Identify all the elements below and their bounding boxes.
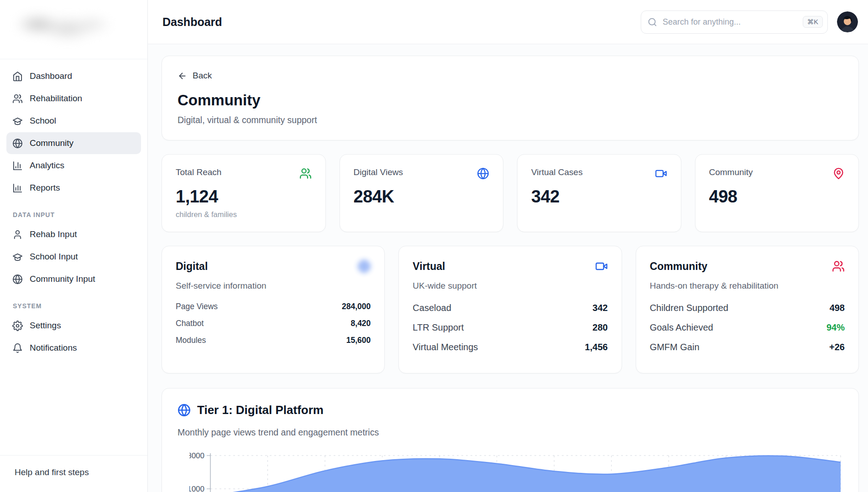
svg-text:28000: 28000 bbox=[189, 451, 204, 460]
metric-row: Children Supported 498 bbox=[650, 298, 845, 318]
home-icon bbox=[12, 71, 23, 82]
search-input[interactable] bbox=[662, 17, 798, 27]
metric-value: 94% bbox=[826, 322, 845, 333]
card-title: Community bbox=[650, 260, 708, 273]
video-camera-icon bbox=[595, 260, 608, 273]
metric-value: 342 bbox=[592, 303, 607, 313]
metric-row: Chatbot 8,420 bbox=[176, 315, 371, 332]
app-logo bbox=[0, 0, 147, 59]
metric-label: Virtual Meetings bbox=[413, 342, 478, 352]
metric-label: GMFM Gain bbox=[650, 342, 700, 352]
graduation-cap-icon bbox=[12, 116, 23, 126]
system-nav: Settings Notifications bbox=[0, 314, 147, 359]
metric-value: +26 bbox=[829, 342, 845, 352]
help-link[interactable]: Help and first steps bbox=[0, 455, 147, 492]
metric-row: GMFM Gain +26 bbox=[650, 337, 845, 357]
user-icon bbox=[12, 229, 23, 240]
content: Back Community Digital, virtual & commun… bbox=[148, 44, 868, 492]
metric-label: Caseload bbox=[413, 303, 451, 313]
sidebar-item-label: Dashboard bbox=[30, 71, 72, 81]
globe-icon-blurred bbox=[358, 260, 371, 273]
sidebar-item-label: Analytics bbox=[30, 161, 64, 171]
sidebar: Dashboard Rehabilitation School Communit… bbox=[0, 0, 148, 492]
stat-caption bbox=[531, 210, 667, 218]
card-title: Virtual bbox=[413, 260, 445, 273]
virtual-card: Virtual UK-wide support Caseload 342 LTR… bbox=[398, 246, 622, 373]
metric-label: Children Supported bbox=[650, 303, 728, 313]
sidebar-item-label: Settings bbox=[30, 321, 61, 331]
search-icon bbox=[648, 17, 657, 27]
tier1-area-chart: 2800021000JanFebMarAprMayJunJulAugSepOct… bbox=[189, 449, 843, 492]
logo-image-blurred bbox=[7, 5, 117, 47]
sidebar-item-dashboard[interactable]: Dashboard bbox=[6, 65, 141, 87]
stat-caption: children & families bbox=[176, 210, 312, 219]
section-label-data-input: DATA INPUT bbox=[0, 199, 147, 223]
section-subtitle: Digital, virtual & community support bbox=[178, 115, 843, 125]
metric-label: Chatbot bbox=[176, 319, 204, 328]
metric-value: 15,600 bbox=[346, 336, 371, 345]
users-icon bbox=[299, 167, 312, 180]
stats-row: Total Reach 1,124 children & families Di… bbox=[162, 154, 859, 232]
card-subtitle: UK-wide support bbox=[413, 281, 607, 291]
back-label: Back bbox=[193, 71, 212, 81]
sidebar-item-label: Reports bbox=[30, 183, 60, 193]
chart-y-axis-label: Page Views bbox=[178, 449, 189, 492]
sidebar-item-notifications[interactable]: Notifications bbox=[6, 337, 141, 359]
sidebar-item-rehab-input[interactable]: Rehab Input bbox=[6, 223, 141, 245]
main-nav: Dashboard Rehabilitation School Communit… bbox=[0, 59, 147, 199]
search-box[interactable]: ⌘K bbox=[641, 10, 828, 34]
graduation-cap-icon bbox=[12, 252, 23, 262]
digital-card: Digital Self-service information Page Vi… bbox=[162, 246, 385, 373]
svg-text:21000: 21000 bbox=[189, 485, 204, 492]
users-icon bbox=[832, 260, 845, 273]
sidebar-item-label: School bbox=[30, 116, 56, 126]
card-subtitle: Self-service information bbox=[176, 281, 371, 291]
tier1-card: Tier 1: Digital Platform Monthly page vi… bbox=[162, 388, 859, 492]
stat-label: Digital Views bbox=[354, 167, 403, 177]
sidebar-item-school[interactable]: School bbox=[6, 110, 141, 132]
sidebar-item-school-input[interactable]: School Input bbox=[6, 246, 141, 268]
stat-label: Total Reach bbox=[176, 167, 221, 177]
bar-chart-icon bbox=[12, 183, 23, 193]
sidebar-item-label: Community Input bbox=[30, 274, 95, 284]
metric-label: Goals Achieved bbox=[650, 322, 713, 333]
stat-label: Community bbox=[709, 167, 753, 177]
metric-value: 280 bbox=[592, 322, 607, 333]
sidebar-item-analytics[interactable]: Analytics bbox=[6, 155, 141, 176]
globe-icon bbox=[12, 274, 23, 285]
stat-value: 498 bbox=[709, 187, 845, 207]
sidebar-item-label: Community bbox=[30, 138, 73, 148]
metric-row: Page Views 284,000 bbox=[176, 298, 371, 315]
data-input-nav: Rehab Input School Input Community Input bbox=[0, 223, 147, 290]
section-label-system: SYSTEM bbox=[0, 290, 147, 314]
sidebar-item-rehabilitation[interactable]: Rehabilitation bbox=[6, 88, 141, 109]
bar-chart-icon bbox=[12, 161, 23, 171]
sidebar-item-label: Rehabilitation bbox=[30, 93, 82, 104]
metric-value: 498 bbox=[830, 303, 845, 313]
main-area: Dashboard ⌘K Back Community Digital, vir… bbox=[148, 0, 868, 492]
metric-row: Goals Achieved 94% bbox=[650, 318, 845, 337]
sidebar-item-settings[interactable]: Settings bbox=[6, 315, 141, 337]
gear-icon bbox=[12, 321, 23, 331]
page-title: Dashboard bbox=[162, 16, 222, 29]
back-button[interactable]: Back bbox=[178, 71, 212, 81]
tier1-title: Tier 1: Digital Platform bbox=[197, 403, 324, 417]
video-camera-icon bbox=[655, 167, 667, 180]
card-subtitle: Hands-on therapy & rehabilitation bbox=[650, 281, 845, 291]
sidebar-item-community-input[interactable]: Community Input bbox=[6, 268, 141, 290]
sidebar-item-label: Rehab Input bbox=[30, 229, 77, 239]
avatar[interactable] bbox=[837, 11, 858, 32]
metric-row: Caseload 342 bbox=[413, 298, 607, 318]
bell-icon bbox=[12, 343, 23, 353]
community-hero-card: Back Community Digital, virtual & commun… bbox=[162, 56, 859, 140]
stat-value: 284K bbox=[354, 187, 490, 207]
users-icon bbox=[12, 93, 23, 104]
metric-value: 8,420 bbox=[351, 319, 371, 328]
sidebar-item-community[interactable]: Community bbox=[6, 132, 141, 154]
sidebar-item-reports[interactable]: Reports bbox=[6, 177, 141, 199]
stat-value: 1,124 bbox=[176, 187, 312, 207]
keyboard-shortcut-badge: ⌘K bbox=[803, 16, 823, 28]
stat-label: Virtual Cases bbox=[531, 167, 583, 177]
sidebar-item-label: Notifications bbox=[30, 343, 77, 353]
metric-label: LTR Support bbox=[413, 322, 464, 333]
